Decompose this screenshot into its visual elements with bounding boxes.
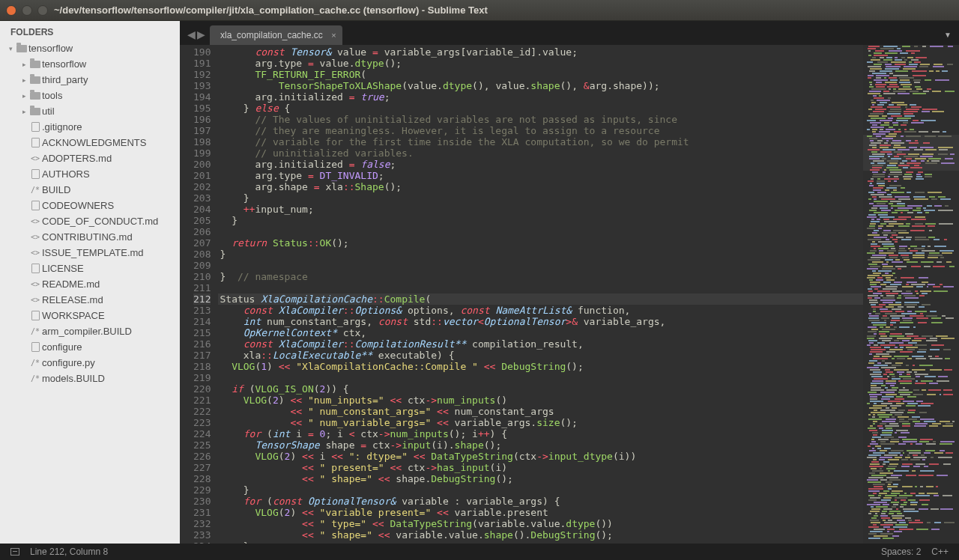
nav-forward-icon[interactable]: ▶ (197, 28, 205, 40)
tree-file[interactable]: <>CODE_OF_CONDUCT.md (0, 213, 180, 229)
tree-file[interactable]: LICENSE (0, 261, 180, 276)
tree-folder[interactable]: ▸tensorflow (0, 56, 180, 72)
line-number: 231 (193, 507, 211, 518)
tree-file[interactable]: /*arm_compiler.BUILD (0, 323, 180, 339)
code-line[interactable]: arg.type = DT_INVALID; (218, 170, 863, 181)
tree-file[interactable]: configure (0, 339, 180, 355)
code-line[interactable]: } (218, 215, 863, 226)
tree-file[interactable]: <>README.md (0, 276, 180, 292)
tree-file[interactable]: /*configure.py (0, 355, 180, 371)
disclosure-icon[interactable]: ▾ (6, 45, 15, 52)
line-number: 219 (193, 372, 211, 383)
code-line[interactable]: if (VLOG_IS_ON(2)) { (218, 383, 863, 395)
window-title: ~/dev/tensorflow/tensorflow/compiler/jit… (54, 4, 488, 16)
code-line[interactable]: ++input_num; (218, 204, 863, 215)
folder-icon (28, 61, 42, 68)
folder-tree: ▾tensorflow▸tensorflow▸third_party▸tools… (0, 40, 180, 386)
code-line[interactable]: } (218, 249, 863, 260)
code-line[interactable]: TF_RETURN_IF_ERROR( (218, 69, 863, 80)
tree-file[interactable]: <>CONTRIBUTING.md (0, 229, 180, 245)
code-line[interactable]: const XlaCompiler::CompilationResult** c… (218, 338, 863, 350)
tree-item-label: tensorflow (28, 43, 73, 54)
tree-file[interactable]: ACKNOWLEDGMENTS (0, 135, 180, 150)
tab-history-nav: ◀ ▶ (183, 28, 210, 45)
tree-folder[interactable]: ▸tools (0, 88, 180, 103)
panel-switcher-icon[interactable] (10, 548, 19, 556)
disclosure-icon[interactable]: ▸ (19, 108, 28, 115)
disclosure-icon[interactable]: ▸ (19, 61, 28, 68)
code-line[interactable]: for (const OptionalTensor& variable : va… (218, 496, 863, 507)
code-line[interactable]: // they are meaningless. However, it is … (218, 125, 863, 136)
tree-item-label: configure.py (42, 357, 95, 368)
tree-file[interactable]: <>ISSUE_TEMPLATE.md (0, 245, 180, 261)
tree-item-label: CONTRIBUTING.md (42, 231, 133, 243)
code-line[interactable]: } else { (218, 103, 863, 114)
code-line[interactable]: << " shape=" << variable.value.shape().D… (218, 529, 863, 541)
tree-file[interactable]: .gitignore (0, 119, 180, 135)
code-line[interactable]: VLOG(1) << "XlaCompilationCache::Compile… (218, 361, 863, 372)
code-line[interactable]: arg.initialized = true; (218, 91, 863, 103)
tab-overflow-icon[interactable]: ▼ (944, 31, 952, 39)
code-file-icon: <> (28, 154, 42, 162)
code-line[interactable]: << " type=" << DataTypeString(variable.v… (218, 518, 863, 529)
code-line[interactable]: } // namespace (218, 271, 863, 282)
tree-file[interactable]: WORKSPACE (0, 308, 180, 323)
line-number: 194 (193, 91, 211, 103)
code-line[interactable]: VLOG(2) << "num_inputs=" << ctx->num_inp… (218, 395, 863, 406)
code-line[interactable]: const XlaCompiler::Options& options, con… (218, 305, 863, 316)
code-line[interactable]: arg.initialized = false; (218, 159, 863, 170)
tree-item-label: .gitignore (42, 121, 82, 133)
code-line[interactable]: Status XlaCompilationCache::Compile( (218, 293, 863, 305)
nav-back-icon[interactable]: ◀ (187, 28, 196, 40)
code-line[interactable]: VLOG(2) << "variable present=" << variab… (218, 507, 863, 518)
code-line[interactable]: << " num_constant_args=" << num_constant… (218, 406, 863, 417)
code-line[interactable]: // variable for the first time inside th… (218, 136, 863, 147)
code-line[interactable]: } (218, 192, 863, 204)
code-line[interactable]: VLOG(2) << i << ": dtype=" << DataTypeSt… (218, 451, 863, 462)
tree-folder[interactable]: ▸third_party (0, 72, 180, 88)
disclosure-icon[interactable]: ▸ (19, 76, 28, 84)
window-minimize-button[interactable] (22, 5, 32, 16)
code-line[interactable]: << " shape=" << shape.DebugString(); (218, 473, 863, 484)
tree-file[interactable]: CODEOWNERS (0, 198, 180, 213)
code-line[interactable]: } (218, 484, 863, 496)
code-line[interactable]: TensorShapeToXLAShape(value.dtype(), val… (218, 80, 863, 91)
code-line[interactable] (218, 282, 863, 293)
line-number: 233 (193, 529, 211, 541)
code-area[interactable]: const Tensor& value = variable_args[vari… (218, 45, 863, 544)
tree-folder[interactable]: ▾tensorflow (0, 40, 180, 56)
tree-file[interactable]: /*models.BUILD (0, 371, 180, 386)
minimap[interactable] (863, 45, 959, 544)
tree-file[interactable]: <>ADOPTERS.md (0, 150, 180, 166)
code-line[interactable]: OpKernelContext* ctx, (218, 327, 863, 338)
code-line[interactable]: TensorShape shape = ctx->input(i).shape(… (218, 439, 863, 451)
code-line[interactable]: xla::LocalExecutable** executable) { (218, 350, 863, 361)
status-indentation[interactable]: Spaces: 2 (881, 547, 921, 557)
code-line[interactable] (218, 226, 863, 237)
disclosure-icon[interactable]: ▸ (19, 92, 28, 100)
status-syntax[interactable]: C++ (931, 547, 949, 557)
code-line[interactable]: for (int i = 0; i < ctx->num_inputs(); i… (218, 428, 863, 439)
code-line[interactable]: arg.shape = xla::Shape(); (218, 181, 863, 192)
code-line[interactable]: // uninitialized variables. (218, 147, 863, 159)
sidebar: FOLDERS ▾tensorflow▸tensorflow▸third_par… (0, 21, 180, 544)
tree-file[interactable]: AUTHORS (0, 166, 180, 182)
tab-active[interactable]: xla_compilation_cache.cc × (210, 25, 342, 45)
window-close-button[interactable] (6, 5, 16, 16)
script-file-icon: /* (28, 186, 42, 194)
code-line[interactable]: // The values of uninitialized variables… (218, 114, 863, 125)
code-line[interactable]: << " present=" << ctx->has_input(i) (218, 462, 863, 473)
tree-file[interactable]: <>RELEASE.md (0, 292, 180, 308)
code-line[interactable] (218, 260, 863, 271)
code-line[interactable]: const Tensor& value = variable_args[vari… (218, 46, 863, 58)
tree-item-label: ISSUE_TEMPLATE.md (42, 247, 144, 258)
code-line[interactable]: return Status::OK(); (218, 237, 863, 249)
tab-close-icon[interactable]: × (331, 31, 336, 40)
code-line[interactable]: arg.type = value.dtype(); (218, 58, 863, 69)
tree-folder[interactable]: ▸util (0, 103, 180, 119)
tree-file[interactable]: /*BUILD (0, 182, 180, 198)
code-line[interactable] (218, 372, 863, 383)
code-line[interactable]: int num_constant_args, const std::vector… (218, 316, 863, 327)
code-line[interactable]: << " num_variable_args=" << variable_arg… (218, 417, 863, 428)
window-maximize-button[interactable] (37, 5, 48, 16)
